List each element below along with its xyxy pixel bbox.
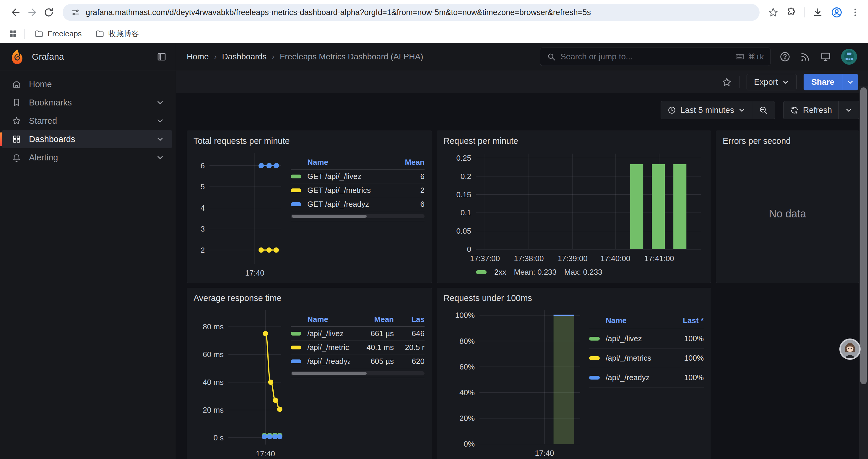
svg-text:20 ms: 20 ms xyxy=(203,405,224,415)
panel-title[interactable]: Requests under 100ms xyxy=(443,293,705,303)
actions-divider xyxy=(739,76,740,88)
request-per-minute-chart[interactable]: 0.250.20.150.10.05017:37:0017:38:0017:39… xyxy=(443,148,705,267)
breadcrumb-home[interactable]: Home xyxy=(187,52,209,61)
svg-text:17:40: 17:40 xyxy=(245,268,265,277)
col-last[interactable]: Last * xyxy=(671,316,704,325)
under-100ms-chart[interactable]: 100%80%60%40%20%0%17:40 xyxy=(443,305,584,459)
apps-grid-icon[interactable] xyxy=(8,29,18,38)
panel-title[interactable]: Average response time xyxy=(193,293,426,303)
series-pill xyxy=(589,356,600,360)
breadcrumb: Home › Dashboards › Freeleaps Metrics Da… xyxy=(187,52,423,61)
svg-text:80%: 80% xyxy=(459,337,475,346)
monitor-icon[interactable] xyxy=(820,51,831,62)
svg-text:0.2: 0.2 xyxy=(461,172,471,181)
breadcrumb-dashboards[interactable]: Dashboards xyxy=(222,52,267,61)
sidebar-item-dashboards[interactable]: Dashboards xyxy=(2,130,172,148)
sidebar-item-label: Home xyxy=(29,79,52,89)
legend-row[interactable]: /api/_/livez 661 µs 646 xyxy=(291,327,425,340)
share-button[interactable]: Share xyxy=(804,74,842,90)
export-button[interactable]: Export xyxy=(747,74,797,90)
collapse-sidebar-icon[interactable] xyxy=(156,52,167,62)
legend-scrollbar[interactable] xyxy=(291,371,425,375)
col-mean[interactable]: Mean xyxy=(392,158,425,167)
url-text[interactable]: grafana.mathmast.com/d/deytv4rwavabkb/fr… xyxy=(86,8,591,17)
chrome-menu-icon[interactable] xyxy=(850,7,860,18)
back-icon[interactable] xyxy=(9,6,23,19)
bookmarks-bar: Freeleaps 收藏博客 xyxy=(0,25,868,43)
legend-2xx[interactable]: 2xx Mean: 0.233 Max: 0.233 xyxy=(476,268,705,277)
panel-requests-under-100ms: Requests under 100ms 100%80%60%40%20%0%1… xyxy=(437,288,711,459)
panel-title[interactable]: Request per minute xyxy=(443,136,705,146)
sidebar-item-bookmarks[interactable]: Bookmarks xyxy=(2,93,172,112)
help-icon[interactable] xyxy=(779,51,790,62)
col-mean[interactable]: Mean xyxy=(349,315,394,324)
bookmark-folder-freeleaps[interactable]: Freeleaps xyxy=(31,28,85,40)
total-requests-chart[interactable]: 6543217:40 xyxy=(193,148,286,280)
bookmark-star-icon[interactable] xyxy=(768,7,778,18)
reload-icon[interactable] xyxy=(42,6,56,19)
chevron-down-icon[interactable] xyxy=(156,154,164,161)
bookmark-folder-blogs[interactable]: 收藏博客 xyxy=(92,27,143,41)
url-bar[interactable]: grafana.mathmast.com/d/deytv4rwavabkb/fr… xyxy=(63,4,760,21)
panel-title[interactable]: Errors per second xyxy=(723,136,853,146)
legend-row[interactable]: GET /api/_/livez 6 xyxy=(291,169,425,184)
floating-avatar[interactable] xyxy=(839,338,861,360)
panel-title[interactable]: Total requests per minute xyxy=(193,136,426,146)
chevron-down-icon[interactable] xyxy=(156,135,164,143)
sidebar-item-home[interactable]: Home xyxy=(2,75,172,93)
sidebar-item-starred[interactable]: Starred xyxy=(2,112,172,130)
share-menu-button[interactable] xyxy=(842,74,858,90)
browser-toolbar: grafana.mathmast.com/d/deytv4rwavabkb/fr… xyxy=(0,0,868,25)
news-rss-icon[interactable] xyxy=(800,52,811,62)
svg-text:60%: 60% xyxy=(459,362,475,371)
favorite-star-icon[interactable] xyxy=(721,77,732,88)
site-info-icon[interactable] xyxy=(71,8,80,17)
search-input[interactable]: Search or jump to... ⌘+k xyxy=(540,47,771,66)
under-100ms-chart-area: 100%80%60%40%20%0%17:40 xyxy=(443,305,584,459)
legend-row[interactable]: GET /api/_/metrics 2 xyxy=(291,184,425,197)
bookmark-label: Freeleaps xyxy=(48,29,82,38)
avg-response-legend-table: Name Mean Las /api/_/livez 661 µs 646 xyxy=(286,305,426,459)
col-last[interactable]: Las xyxy=(394,315,425,324)
series-pill xyxy=(589,376,600,380)
header-icons xyxy=(779,48,857,65)
svg-text:100%: 100% xyxy=(455,311,475,320)
breadcrumb-separator: › xyxy=(214,52,217,61)
legend-scrollbar[interactable] xyxy=(291,214,425,218)
forward-icon[interactable] xyxy=(25,6,39,19)
col-name[interactable]: Name xyxy=(307,158,392,167)
col-name[interactable]: Name xyxy=(606,316,671,325)
legend-row[interactable]: /api/_/metrics 100% xyxy=(589,349,704,368)
legend-scrollbar-thumb[interactable] xyxy=(291,215,367,218)
legend-row[interactable]: /api/_/readyz 605 µs 620 xyxy=(291,355,425,368)
legend-row[interactable]: /api/_/readyz 100% xyxy=(589,368,704,388)
breadcrumb-current: Freeleaps Metrics Dashboard (ALPHA) xyxy=(280,52,423,61)
refresh-button[interactable]: Refresh xyxy=(783,101,838,119)
col-name[interactable]: Name xyxy=(307,315,349,324)
legend-scrollbar-thumb[interactable] xyxy=(291,372,367,375)
series-pill xyxy=(291,189,301,192)
legend-row[interactable]: GET /api/_/readyz 6 xyxy=(291,197,425,211)
downloads-icon[interactable] xyxy=(812,7,823,18)
svg-text:0.05: 0.05 xyxy=(456,227,471,235)
page-scrollbar-thumb[interactable] xyxy=(860,88,867,384)
refresh-interval-button[interactable] xyxy=(838,101,859,119)
main-area: Home › Dashboards › Freeleaps Metrics Da… xyxy=(176,43,868,459)
time-range-button[interactable]: Last 5 minutes xyxy=(661,101,752,119)
legend-series-name[interactable]: 2xx xyxy=(494,268,506,277)
page-scrollbar[interactable] xyxy=(859,86,868,459)
chevron-down-icon[interactable] xyxy=(156,99,164,106)
avg-response-chart[interactable]: 80 ms60 ms40 ms20 ms0 s17:40 xyxy=(193,305,286,459)
home-icon xyxy=(12,79,21,89)
dashboard-actions-row: Export Share xyxy=(176,71,868,93)
profile-icon[interactable] xyxy=(831,6,843,18)
chevron-down-icon[interactable] xyxy=(156,117,164,125)
legend-row[interactable]: /api/_/metrics 40.1 ms 20.5 r xyxy=(291,340,425,355)
zoom-out-button[interactable] xyxy=(752,101,775,119)
sidebar-item-alerting[interactable]: Alerting xyxy=(2,148,172,167)
grafana-logo[interactable] xyxy=(9,48,25,65)
extensions-icon[interactable] xyxy=(786,7,797,18)
user-avatar[interactable] xyxy=(841,48,857,65)
legend-row[interactable]: /api/_/livez 100% xyxy=(589,329,704,349)
brand-name[interactable]: Grafana xyxy=(32,52,150,62)
